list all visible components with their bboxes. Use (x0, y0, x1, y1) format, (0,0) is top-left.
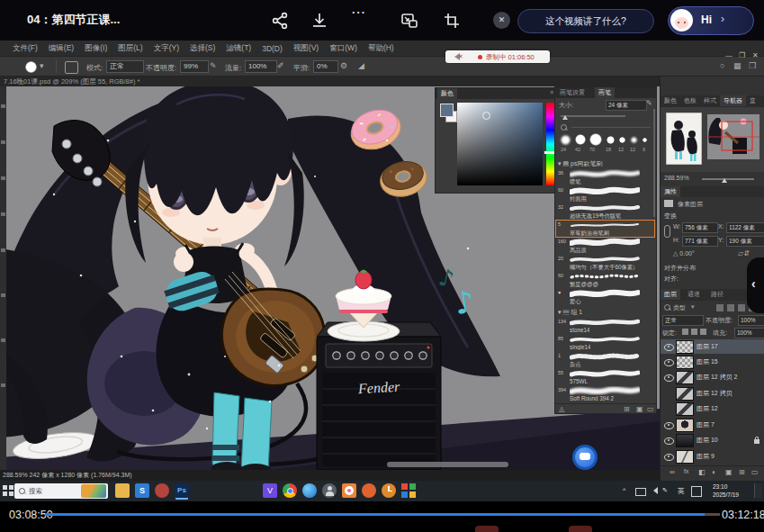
flow-value[interactable]: 100% (245, 60, 277, 73)
w-value[interactable]: 756 像素 (682, 222, 718, 233)
tray-qr-icon[interactable] (691, 486, 702, 497)
group-icon[interactable]: ▣ (725, 468, 733, 476)
arrange-icon[interactable]: ❒ (749, 61, 756, 70)
layer-row[interactable]: 图层 12 拷贝 (661, 386, 764, 401)
smooth-value[interactable]: 0% (313, 60, 338, 73)
brush-item[interactable]: 1 杂点 (556, 352, 654, 368)
notification-center-icon[interactable] (754, 483, 762, 498)
eye-icon[interactable] (664, 422, 674, 429)
layer-filter-icon[interactable] (664, 304, 670, 311)
gear-icon[interactable]: ⚙ (340, 61, 347, 70)
window-minimize-button[interactable]: — (725, 51, 733, 59)
ask-video-pill[interactable]: 这个视频讲了什么? (517, 9, 654, 33)
new-layer-icon[interactable]: ⊞ (739, 468, 745, 476)
taskbar-contact-icon[interactable] (155, 483, 169, 498)
brush-item-selected[interactable]: 5 草莓奶油画笔刷 (556, 221, 654, 237)
taskbar-s-app-icon[interactable]: S (135, 483, 149, 498)
menu-edit[interactable]: 编辑(E) (49, 43, 74, 54)
brush-item[interactable]: 32 超级无敌19号仿版笔 (556, 203, 654, 220)
taskbar-photoshop-icon[interactable]: Ps (175, 483, 189, 498)
tab-paths[interactable]: 路径 (707, 289, 727, 300)
layer-thumbnail[interactable] (676, 419, 694, 432)
new-folder-icon[interactable]: ⊞ (624, 405, 630, 413)
lock-transparency-icon[interactable] (682, 329, 688, 335)
brush-tip[interactable] (561, 135, 571, 145)
brush-item[interactable]: 55 575WL (556, 369, 654, 385)
taskbar-account-icon[interactable] (322, 483, 337, 498)
tab-styles[interactable]: 样式 (700, 95, 720, 106)
brush-item[interactable]: 134 stone14 (556, 318, 654, 334)
taskbar-edge-icon[interactable] (302, 483, 317, 498)
sidebar-collapse-handle[interactable]: ‹ (747, 257, 764, 313)
window-restore-button[interactable]: ❐ (739, 51, 745, 59)
menu-view[interactable]: 视图(V) (293, 43, 319, 54)
menu-help[interactable]: 帮助(H) (368, 43, 394, 54)
lock-angle-icon[interactable]: ◬ (559, 405, 564, 413)
menu-type[interactable]: 文字(Y) (154, 43, 179, 54)
brush-group-1[interactable]: ▾ ▤ ps同款笔刷 (558, 159, 602, 168)
y-value[interactable]: 190 像素 (726, 236, 764, 247)
lock-pixels-icon[interactable] (691, 329, 697, 335)
tray-date[interactable]: 2025/7/19 (713, 491, 739, 498)
pen-pressure-icon[interactable]: ✎ (646, 99, 652, 107)
slider-thumb-icon[interactable] (562, 113, 568, 120)
menu-filter[interactable]: 滤镜(T) (226, 43, 251, 54)
brush-scrollbar[interactable] (653, 109, 655, 217)
menu-select[interactable]: 选择(S) (190, 43, 215, 54)
tab-color[interactable]: 颜色 (437, 88, 457, 99)
assistant-button[interactable]: Hi › (668, 6, 754, 35)
search-icon[interactable]: ○ (720, 61, 724, 70)
progress-bar[interactable] (45, 513, 720, 516)
flip-icons[interactable]: ▱⇵ (738, 249, 750, 257)
opacity-value[interactable]: 99% (180, 60, 209, 73)
brush-group-2[interactable]: ▾ ▤ 组 1 (558, 308, 582, 317)
layer-opacity-value[interactable]: 100% (738, 315, 764, 326)
layer-row[interactable]: 图层 15 (661, 355, 764, 369)
start-button[interactable] (3, 485, 13, 496)
layer-row[interactable]: 图层 12 拷贝 2 (661, 370, 764, 384)
link-dimensions-icon[interactable] (664, 225, 670, 238)
navigator-zoom-value[interactable]: 288.59% (664, 175, 689, 181)
taskbar-search[interactable]: 搜索 (14, 483, 108, 499)
menu-file[interactable]: 文件(F) (13, 43, 38, 54)
angle-icon[interactable]: ◢ (358, 61, 364, 70)
layer-thumbnail[interactable] (676, 356, 694, 369)
layer-thumbnail[interactable] (676, 387, 694, 401)
navigator-zoom-slider[interactable] (702, 178, 754, 180)
tab-histogram[interactable]: 直方图 (746, 95, 764, 106)
layer-thumbnail[interactable] (676, 402, 694, 416)
taskbar-office-icon[interactable] (401, 483, 416, 498)
layer-thumbnail[interactable] (676, 450, 694, 464)
blend-mode-select[interactable]: 正常 (662, 315, 704, 326)
tray-display-icon[interactable] (635, 488, 646, 496)
taskbar-orange-app-icon[interactable] (342, 483, 356, 498)
tab-swatches[interactable]: 色板 (680, 95, 700, 106)
brush-item[interactable]: 60 繁星@@@ (556, 272, 654, 288)
navigator-proxy[interactable] (707, 114, 760, 159)
taskbar-chrome-icon[interactable] (283, 483, 297, 498)
adjustment-icon[interactable]: ◐ (712, 468, 716, 476)
download-icon[interactable] (310, 11, 329, 31)
eye-icon[interactable] (664, 454, 674, 461)
filter-kind-icon[interactable] (727, 304, 734, 311)
eye-icon[interactable] (664, 437, 674, 445)
reference-thumbnail[interactable] (666, 113, 702, 165)
foreground-swatch[interactable] (440, 104, 454, 117)
tab-properties[interactable]: 属性 (661, 186, 680, 197)
pen-pressure-icon[interactable]: ✎ (210, 61, 217, 70)
mode-value[interactable]: 正常 (106, 60, 144, 73)
brush-size-slider[interactable] (561, 115, 625, 117)
canvas-hscrollbar[interactable] (387, 462, 508, 467)
search-brushes-icon[interactable] (561, 124, 567, 131)
brush-item[interactable]: 36 喷笔 (556, 169, 654, 185)
layer-thumbnail[interactable] (676, 340, 694, 354)
more-icon[interactable]: ⋯ (351, 4, 371, 23)
layer-thumbnail[interactable] (676, 371, 694, 384)
taskbar-explorer-icon[interactable] (115, 483, 130, 498)
brush-tip[interactable] (619, 137, 625, 143)
window-close-button[interactable]: ✕ (752, 51, 759, 59)
hue-strip[interactable] (546, 103, 554, 185)
eye-icon[interactable] (664, 344, 674, 351)
brush-item[interactable]: 160 高品质 (556, 238, 654, 254)
tray-chevron-icon[interactable]: ^ (623, 487, 625, 493)
